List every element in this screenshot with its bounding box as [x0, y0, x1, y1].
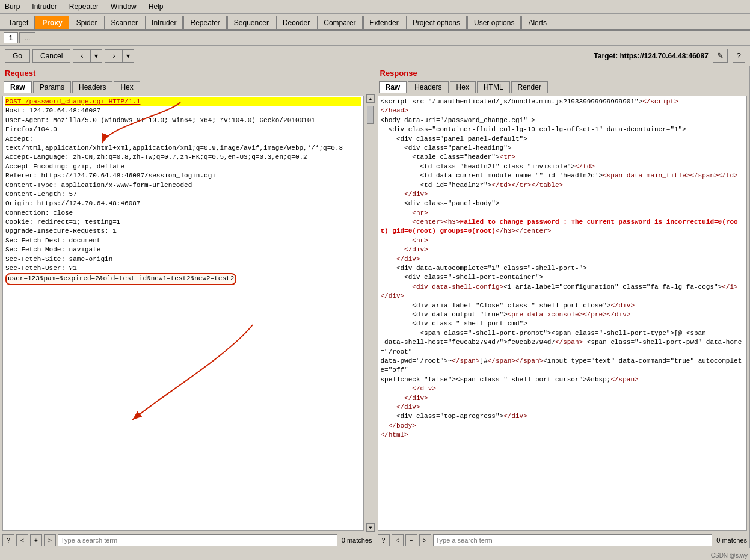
menu-repeater[interactable]: Repeater: [67, 1, 101, 12]
request-scrollbar[interactable]: ▲ ▼: [366, 94, 375, 532]
target-label: Target:: [594, 52, 618, 60]
fwd-button-group: › ▾: [105, 49, 134, 63]
response-content[interactable]: <script src="/unauthenticated/js/bundle.…: [378, 96, 748, 531]
response-next-btn[interactable]: +: [405, 534, 417, 546]
response-search-input[interactable]: [433, 534, 713, 546]
toolbar: Go Cancel ‹ ▾ › ▾ Target: https://124.70…: [0, 46, 750, 66]
response-tab-raw[interactable]: Raw: [379, 81, 407, 93]
scroll-down-btn[interactable]: ▼: [366, 523, 375, 532]
response-tab-html[interactable]: HTML: [477, 81, 510, 93]
tab-alerts[interactable]: Alerts: [521, 16, 553, 29]
tab-intruder[interactable]: Intruder: [145, 16, 183, 29]
menu-bar: Burp Intruder Repeater Window Help: [0, 0, 750, 14]
subtab-row: 1 ...: [0, 31, 750, 46]
request-next-btn[interactable]: +: [30, 534, 42, 546]
scroll-up-btn[interactable]: ▲: [366, 94, 375, 103]
menu-intruder[interactable]: Intruder: [29, 1, 59, 12]
tab-spider[interactable]: Spider: [70, 16, 104, 29]
tab-scanner[interactable]: Scanner: [104, 16, 144, 29]
menu-burp[interactable]: Burp: [2, 1, 22, 12]
tab-sequencer[interactable]: Sequencer: [227, 16, 275, 29]
response-tab-headers[interactable]: Headers: [408, 81, 448, 93]
tab-proxy[interactable]: Proxy: [35, 16, 69, 29]
request-content[interactable]: POST /password_change.cgi HTTP/1.1Host: …: [2, 96, 364, 531]
response-help-btn[interactable]: ?: [378, 534, 390, 546]
request-tabs: Raw Params Headers Hex: [0, 80, 375, 94]
tab-target[interactable]: Target: [2, 16, 35, 29]
response-matches: 0 matches: [716, 537, 747, 544]
response-tab-hex[interactable]: Hex: [450, 81, 476, 93]
back-dropdown[interactable]: ▾: [90, 49, 102, 63]
request-tab-headers[interactable]: Headers: [72, 81, 112, 93]
fwd-dropdown[interactable]: ▾: [122, 49, 134, 63]
request-title: Request: [0, 66, 375, 80]
go-button[interactable]: Go: [5, 49, 30, 63]
response-search-bar: ? < + > 0 matches: [375, 532, 750, 548]
response-tab-render[interactable]: Render: [511, 81, 548, 93]
tab-extender[interactable]: Extender: [363, 16, 405, 29]
main-content: Request Raw Params Headers Hex POST /pas…: [0, 66, 750, 548]
scroll-thumb[interactable]: [367, 106, 374, 124]
request-search-options-btn[interactable]: >: [44, 534, 56, 546]
target-url: https://124.70.64.48:46087: [619, 52, 708, 60]
cancel-button[interactable]: Cancel: [32, 49, 70, 63]
response-panel: Response Raw Headers Hex HTML Render <sc…: [375, 66, 751, 548]
request-matches: 0 matches: [342, 537, 372, 544]
edit-target-button[interactable]: ✎: [713, 49, 728, 63]
tab-repeater[interactable]: Repeater: [183, 16, 226, 29]
tab-decoder[interactable]: Decoder: [276, 16, 316, 29]
request-tab-params[interactable]: Params: [33, 81, 71, 93]
fwd-button[interactable]: ›: [105, 49, 122, 63]
back-button-group: ‹ ▾: [73, 49, 102, 63]
request-help-btn[interactable]: ?: [2, 534, 14, 546]
response-tabs: Raw Headers Hex HTML Render: [375, 80, 750, 94]
main-tab-bar: Target Proxy Spider Scanner Intruder Rep…: [0, 14, 750, 31]
request-tab-raw[interactable]: Raw: [4, 81, 32, 93]
request-panel: Request Raw Params Headers Hex POST /pas…: [0, 66, 375, 548]
back-button[interactable]: ‹: [73, 49, 90, 63]
tab-comparer[interactable]: Comparer: [317, 16, 362, 29]
response-prev-btn[interactable]: <: [392, 534, 404, 546]
menu-window[interactable]: Window: [108, 1, 139, 12]
response-search-options-btn[interactable]: >: [419, 534, 431, 546]
help-button[interactable]: ?: [733, 49, 745, 63]
subtab-1[interactable]: 1: [4, 32, 18, 43]
tab-project-options[interactable]: Project options: [406, 16, 467, 29]
request-prev-btn[interactable]: <: [16, 534, 28, 546]
subtab-more[interactable]: ...: [19, 32, 35, 43]
tab-user-options[interactable]: User options: [467, 16, 521, 29]
request-search-bar: ? < + > 0 matches: [0, 532, 375, 548]
response-title: Response: [375, 66, 750, 80]
scroll-track[interactable]: [366, 103, 375, 523]
menu-help[interactable]: Help: [146, 1, 166, 12]
target-info: Target: https://124.70.64.48:46087 ✎ ?: [594, 49, 745, 63]
request-tab-hex[interactable]: Hex: [114, 81, 140, 93]
request-search-input[interactable]: [58, 534, 337, 546]
